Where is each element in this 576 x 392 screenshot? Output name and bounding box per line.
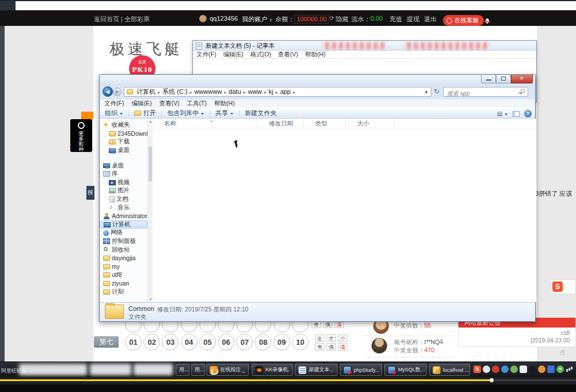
quick-button-大[interactable]: 大 xyxy=(327,334,336,342)
ball-06[interactable]: 06 xyxy=(218,334,234,351)
pc-manager-icon[interactable] xyxy=(520,366,527,373)
breadcrumb-item[interactable]: 计算机 xyxy=(135,88,157,95)
scroll-down-icon[interactable]: ▼ xyxy=(149,298,153,301)
column-header-name[interactable]: 名称 xyxy=(153,119,257,128)
notepad-menu-item[interactable]: 编辑(E) xyxy=(223,51,243,59)
file-list[interactable]: 名称修改日期类型大小 ▲ xyxy=(153,119,536,302)
notepad-titlebar[interactable]: 新建文本文档 (5) - 记事本 xyxy=(193,41,536,51)
column-header-type[interactable]: 类型 xyxy=(304,119,346,128)
taskbar-button-[interactable]: 新建文本... xyxy=(295,364,338,376)
sidebar-item-桌面[interactable]: 桌面 xyxy=(100,161,147,170)
sidebar-item-2345downloads[interactable]: 2345Downloads xyxy=(100,130,147,138)
sidebar-item-图片[interactable]: 图片 xyxy=(100,187,147,195)
sidebar-item-控制面板[interactable]: 控制面板 xyxy=(100,237,147,246)
explorer-menu-item[interactable]: 编辑(E) xyxy=(131,100,151,108)
gallery-icon[interactable] xyxy=(547,366,555,373)
breadcrumb-item[interactable]: 系统 (C:) xyxy=(161,88,188,95)
sidebar-item-administrator[interactable]: Administrator xyxy=(100,212,147,220)
side-partial-tab[interactable]: 投 xyxy=(86,186,94,200)
quick-button-全[interactable]: 全 xyxy=(315,334,324,342)
refresh-icon[interactable]: ⟳ xyxy=(329,15,334,21)
sidebar-item-ziyuan[interactable]: ziyuan xyxy=(100,279,147,288)
toolbar-share-button[interactable]: 共享 ▼ xyxy=(210,109,239,117)
quick-button-小[interactable]: 小 xyxy=(338,334,347,342)
toolbar-include-library-button[interactable]: 包含到库中 ▼ xyxy=(162,109,210,117)
close-button[interactable]: × xyxy=(511,75,533,83)
taskbar-button-mysql[interactable]: MySQL数... xyxy=(384,364,427,376)
notepad-menu-item[interactable]: 查看(V) xyxy=(278,51,298,59)
system-tray-icon[interactable] xyxy=(510,366,518,373)
column-header-size[interactable]: 大小 xyxy=(346,119,394,128)
sidebar-item-收藏夹[interactable]: 收藏夹 xyxy=(100,121,147,130)
help-icon[interactable]: ? xyxy=(524,110,532,117)
ball-01[interactable]: 01 xyxy=(125,334,142,351)
browser-tray-icon[interactable] xyxy=(501,366,509,373)
security-icon[interactable] xyxy=(492,366,499,373)
notepad-menu-item[interactable]: 格式(O) xyxy=(250,51,271,59)
taskbar-button-localhost[interactable]: localhost ... xyxy=(429,364,470,376)
recharge-link[interactable]: 充值 xyxy=(389,15,402,24)
sidebar-item-网络[interactable]: 网络 xyxy=(100,229,147,237)
back-button[interactable]: ◄ xyxy=(103,86,113,97)
sidebar-item-计算机[interactable]: 计算机 xyxy=(100,220,147,229)
sidebar-item-dayingjia[interactable]: dayingjia xyxy=(100,254,147,262)
network-icon[interactable] xyxy=(566,366,573,373)
sidebar-item-回收站[interactable]: 回收站 xyxy=(100,245,147,254)
explorer-menu-item[interactable]: 文件(F) xyxy=(104,100,124,108)
ball-05[interactable]: 05 xyxy=(199,334,216,351)
search-box[interactable] xyxy=(443,87,528,97)
explorer-menu-item[interactable]: 帮助(H) xyxy=(214,100,235,108)
sidebar-item-下载[interactable]: 下载 xyxy=(100,138,147,146)
views-icon[interactable]: ▤ ▼ xyxy=(497,111,508,117)
breadcrumb-item[interactable]: wwwwww xyxy=(193,88,223,95)
notepad-menu-item[interactable]: 帮助(H) xyxy=(305,51,326,59)
withdraw-link[interactable]: 提现 xyxy=(407,15,419,24)
sidebar-item-utf8[interactable]: utf8 xyxy=(100,271,147,279)
breadcrumb-item[interactable]: kj xyxy=(267,88,274,95)
home-nav-links[interactable]: 返回首页 | 全部彩票 xyxy=(94,15,150,24)
address-dropdown-icon[interactable]: ▼ xyxy=(424,90,429,95)
sidebar-item-计划[interactable]: 计划 xyxy=(100,287,147,296)
scrollbar-thumb[interactable] xyxy=(149,146,152,182)
maximize-button[interactable] xyxy=(496,75,511,83)
sidebar-item-文档[interactable]: 文档 xyxy=(100,195,147,204)
ball-09[interactable]: 09 xyxy=(274,334,290,351)
account-menu[interactable]: 我的账户 ∨ xyxy=(242,15,272,24)
sidebar-item-my[interactable]: my xyxy=(100,262,147,271)
input-tool-icon[interactable] xyxy=(483,366,490,373)
sidebar-item-桌面[interactable]: 桌面 xyxy=(100,146,147,155)
breadcrumb-item[interactable]: www xyxy=(247,88,263,95)
toolbar-open-button[interactable]: 打开 xyxy=(129,109,161,117)
explorer-menu-item[interactable]: 工具(T) xyxy=(187,100,206,108)
address-bar[interactable]: 计算机▸系统 (C:)▸wwwwww▸datu▸www▸kj▸app▸ ▼ xyxy=(124,87,431,97)
health-icon[interactable]: + xyxy=(556,366,564,373)
search-input[interactable] xyxy=(444,89,513,98)
more-lottery-tab[interactable]: 更多彩种 xyxy=(70,119,92,152)
qq-tray-icon[interactable] xyxy=(529,366,536,373)
refresh-icon[interactable]: ↻ xyxy=(434,87,439,96)
taskbar-button-kk[interactable]: KK录像机. xyxy=(252,364,293,376)
sidebar-item-库[interactable]: 库 xyxy=(100,170,147,178)
preview-pane-icon[interactable] xyxy=(513,111,520,117)
sogou-ime-icon[interactable]: S xyxy=(473,366,481,373)
notepad-menu-item[interactable]: 文件(F) xyxy=(196,51,216,59)
ball-02[interactable]: 02 xyxy=(143,334,160,351)
quick-button-偶[interactable]: 偶 xyxy=(327,343,336,351)
ball-04[interactable]: 04 xyxy=(181,334,198,351)
toolbar-new-folder-button[interactable]: 新建文件夹 xyxy=(240,109,282,117)
explorer-titlebar[interactable]: × xyxy=(100,75,535,85)
column-header-modified[interactable]: 修改日期 xyxy=(257,119,304,128)
sidebar-item-视频[interactable]: 视频 xyxy=(100,178,147,187)
ball-07[interactable]: 07 xyxy=(236,334,253,351)
online-service-button[interactable]: 在线客服 xyxy=(443,15,484,26)
breadcrumb-item[interactable]: datu xyxy=(228,88,242,95)
taskbar-button-_[interactable]: 在线投注 _ xyxy=(206,364,249,376)
alarm-icon[interactable] xyxy=(538,366,545,373)
toolbar-organize-button[interactable]: 组织 ▼ xyxy=(100,109,128,117)
quick-button-清[interactable]: 清 xyxy=(338,343,347,351)
minimize-button[interactable] xyxy=(481,75,496,83)
explorer-window[interactable]: × ◄ ► 计算机▸系统 (C:)▸wwwwww▸datu▸www▸kj▸app… xyxy=(99,74,536,322)
quick-button-奇[interactable]: 奇 xyxy=(315,343,324,351)
qq-icon[interactable] xyxy=(484,15,491,24)
logout-link[interactable]: 退出 xyxy=(424,15,437,24)
